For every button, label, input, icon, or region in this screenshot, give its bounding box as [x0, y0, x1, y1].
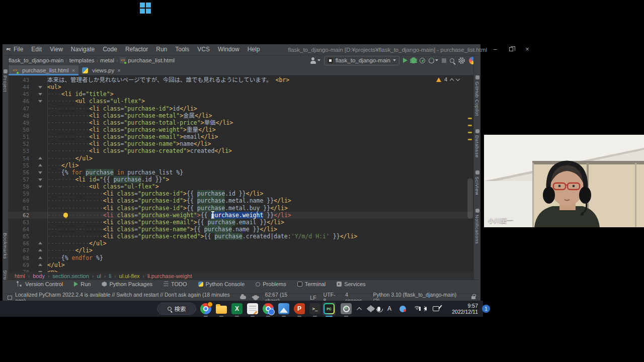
- tag-breadcrumb-item[interactable]: section.section: [52, 273, 89, 279]
- toolwindow-todo[interactable]: TODO: [164, 281, 187, 287]
- stop-button[interactable]: [442, 58, 446, 63]
- gutter-fold[interactable]: [35, 247, 47, 254]
- taskbar-app-pycharm[interactable]: PC: [323, 302, 336, 315]
- breadcrumb-item[interactable]: <>purchase_list.html: [120, 57, 175, 63]
- toolwindow-version-control[interactable]: Version Control: [18, 281, 63, 287]
- gutter-fold[interactable]: [35, 90, 47, 98]
- cloud-sync-icon[interactable]: [240, 296, 246, 299]
- code-line[interactable]: 53············<li class="purchase-create…: [9, 147, 473, 154]
- gutter-fold[interactable]: [35, 261, 47, 268]
- toolwindow-python-packages[interactable]: Python Packages: [102, 281, 152, 287]
- tray-volume[interactable]: [424, 301, 429, 317]
- tag-breadcrumb-item[interactable]: li: [109, 273, 111, 279]
- warning-stripe-mark[interactable]: [468, 125, 472, 126]
- tray-dropbox[interactable]: [367, 301, 374, 317]
- menu-tools[interactable]: Tools: [171, 44, 193, 55]
- code-line[interactable]: 49············<li class="purchase-total-…: [9, 119, 473, 126]
- taskbar-app-chrome[interactable]: [199, 302, 212, 315]
- fold-close-icon[interactable]: [38, 157, 42, 159]
- fold-open-icon[interactable]: [38, 178, 42, 181]
- gutter-fold[interactable]: [35, 169, 47, 176]
- taskbar-app-magnifier[interactable]: [340, 302, 353, 315]
- menu-view[interactable]: View: [46, 44, 67, 55]
- tab-views.py[interactable]: views.py×: [78, 65, 124, 75]
- fold-close-icon[interactable]: [38, 249, 42, 251]
- toolwindow-run[interactable]: Run: [74, 281, 91, 287]
- warning-stripe-mark[interactable]: [468, 132, 472, 133]
- minimize-button[interactable]: –: [487, 44, 503, 55]
- tag-breadcrumb-item[interactable]: body: [33, 273, 45, 279]
- tray-tray-expand[interactable]: [358, 301, 362, 317]
- code-line[interactable]: 70<p>: [9, 268, 473, 272]
- taskbar-app-powerpoint[interactable]: P: [293, 302, 306, 315]
- start-button[interactable]: [140, 3, 151, 14]
- menu-file[interactable]: File: [10, 44, 27, 55]
- copilot-status-icon[interactable]: [253, 295, 258, 300]
- menu-navigate[interactable]: Navigate: [67, 44, 99, 55]
- tool-stripe-github-copilot[interactable]: GitHub Copilot: [474, 75, 480, 116]
- code-line[interactable]: 67········</li>: [9, 247, 473, 254]
- warning-stripe-mark[interactable]: [468, 139, 472, 140]
- code-line[interactable]: 43本来は、管理者しか見れないページですが、今回は、誰でも見れるようにしています…: [9, 76, 473, 83]
- tool-stripe-bookmarks[interactable]: Bookmarks: [3, 233, 8, 259]
- menu-edit[interactable]: Edit: [27, 44, 46, 55]
- taskbar-app-terminal[interactable]: >_: [308, 302, 321, 315]
- breadcrumb-item[interactable]: flask_to_django-main: [9, 57, 63, 63]
- taskbar-app-photos[interactable]: [277, 302, 290, 315]
- menu-refactor[interactable]: Refactor: [121, 44, 152, 55]
- editor-scrollbar[interactable]: [467, 178, 473, 219]
- gutter-fold[interactable]: [35, 98, 47, 105]
- menu-code[interactable]: Code: [99, 44, 121, 55]
- close-button[interactable]: ×: [519, 44, 535, 55]
- code-line[interactable]: 47············<li class="purchase-id">id…: [9, 105, 473, 112]
- toolwindow-problems[interactable]: Problems: [256, 281, 286, 287]
- coverage-button[interactable]: [429, 58, 438, 63]
- toolwindow-python-console[interactable]: Python Console: [198, 281, 245, 287]
- next-warning-icon[interactable]: [456, 76, 460, 80]
- menu-vcs[interactable]: VCS: [193, 44, 214, 55]
- editor-pane[interactable]: 43本来は、管理者しか見れないページですが、今回は、誰でも見れるようにしています…: [9, 75, 473, 272]
- tool-stripe-sciview[interactable]: SciView: [474, 170, 480, 195]
- tool-stripe-project[interactable]: Project: [3, 69, 8, 92]
- event-log-icon[interactable]: [8, 296, 12, 300]
- gutter-fold[interactable]: [35, 155, 47, 162]
- restore-button[interactable]: [503, 44, 519, 55]
- code-line[interactable]: 60················<li class="purchase-id…: [9, 197, 473, 204]
- fold-close-icon[interactable]: [38, 242, 42, 244]
- code-line[interactable]: 63················<li class="purchase-em…: [9, 219, 473, 226]
- tool-stripe-database[interactable]: Database: [474, 129, 480, 158]
- breadcrumb-item[interactable]: templates: [69, 57, 95, 63]
- code-line[interactable]: 46········<ul class="ul-flex">: [9, 98, 473, 105]
- code-line[interactable]: 65················<li class="purchase-cr…: [9, 233, 473, 240]
- menu-run[interactable]: Run: [152, 44, 171, 55]
- gutter-fold[interactable]: [35, 162, 47, 169]
- gutter-fold[interactable]: [35, 240, 47, 247]
- fold-close-icon[interactable]: [38, 256, 42, 259]
- code-line[interactable]: 48············<li class="purchase-metal"…: [9, 112, 473, 119]
- code-line[interactable]: 62················<li class="purchase-we…: [9, 212, 473, 219]
- search-everywhere-icon[interactable]: [450, 58, 454, 63]
- code-line[interactable]: 54········</ul>: [9, 155, 473, 162]
- gutter-fold[interactable]: [35, 254, 47, 261]
- fold-open-icon[interactable]: [38, 171, 42, 174]
- code-line[interactable]: 56····{% for purchase in purchase_list %…: [9, 169, 473, 176]
- code-line[interactable]: 50············<li class="purchase-weight…: [9, 126, 473, 133]
- tab-purchase_list.html[interactable]: <>purchase_list.html×: [9, 65, 78, 75]
- fold-open-icon[interactable]: [38, 186, 42, 188]
- fold-close-icon[interactable]: [38, 164, 42, 166]
- debug-button[interactable]: [411, 57, 416, 63]
- tag-breadcrumb-item[interactable]: ul: [97, 273, 101, 279]
- fold-open-icon[interactable]: [38, 86, 42, 88]
- tray-microphone[interactable]: [377, 301, 380, 317]
- code-line[interactable]: 61················<li class="purchase-id…: [9, 205, 473, 212]
- menu-window[interactable]: Window: [214, 44, 244, 55]
- taskbar-search[interactable]: 検索: [157, 303, 196, 315]
- taskbar-clock[interactable]: 9:57 2022/12/11: [452, 303, 478, 315]
- notification-badge[interactable]: 1: [482, 305, 490, 313]
- tray-pen-tablet[interactable]: [433, 301, 439, 317]
- code-line[interactable]: 55····</li>: [9, 162, 473, 169]
- fold-open-icon[interactable]: [38, 93, 42, 96]
- code-line[interactable]: 64················<li class="purchase-na…: [9, 226, 473, 233]
- tool-stripe-notifications[interactable]: Notifications: [474, 209, 480, 244]
- tag-breadcrumb-item[interactable]: ul.ul-flex: [119, 273, 140, 279]
